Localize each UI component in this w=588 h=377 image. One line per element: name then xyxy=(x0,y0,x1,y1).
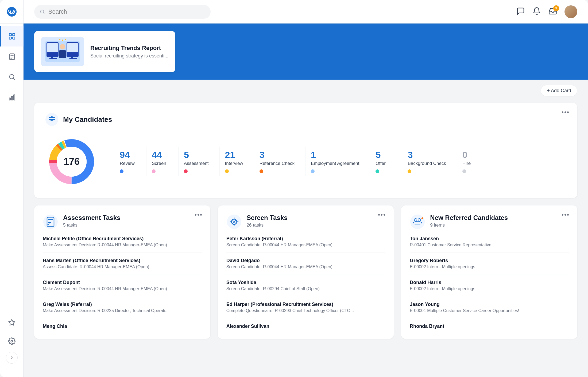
stat-hire-number: 0 xyxy=(462,150,467,159)
stat-offer[interactable]: 5 Offer xyxy=(370,147,402,176)
stat-interview-dot xyxy=(225,169,229,173)
sidebar-item-reports[interactable] xyxy=(0,46,24,67)
topbar: 3 xyxy=(24,0,588,24)
task-item-name: Rhonda Bryant xyxy=(410,324,569,329)
svg-rect-2 xyxy=(9,37,11,39)
new-referred-heading: New Referred Candidates xyxy=(430,214,557,221)
stat-screen-dot xyxy=(152,169,156,173)
table-row[interactable]: Alexander Sullivan xyxy=(226,324,385,330)
new-referred-header: New Referred Candidates 9 items xyxy=(410,214,569,230)
stat-screen[interactable]: 44 Screen xyxy=(146,147,179,176)
svg-rect-26 xyxy=(69,58,77,59)
topbar-actions: 3 xyxy=(516,5,577,18)
banner-title: Recruiting Trends Report xyxy=(90,45,168,52)
stat-hire[interactable]: 0 Hire xyxy=(457,147,489,176)
task-item-desc: Make Assessment Decision: R-00044 HR Man… xyxy=(43,243,202,247)
chat-icon[interactable] xyxy=(516,7,525,17)
table-row[interactable]: Ton Janssen R-00401 Customer Service Rep… xyxy=(410,236,569,252)
stat-assessment-number: 5 xyxy=(184,150,189,159)
stat-assessment[interactable]: 5 Assessment xyxy=(179,147,220,176)
search-input[interactable] xyxy=(48,8,205,15)
stat-bgcheck-label: Background Check xyxy=(408,161,446,166)
table-row[interactable]: Clement Dupont Make Assessment Decision:… xyxy=(43,280,202,296)
table-row[interactable]: Hans Marten (Office Recruitment Services… xyxy=(43,258,202,274)
referred-list: Ton Janssen R-00401 Customer Service Rep… xyxy=(410,236,569,330)
my-candidates-card: My Candidates xyxy=(34,103,577,198)
table-row[interactable]: Ed Harper (Professional Recruitment Serv… xyxy=(226,302,385,318)
stat-employment-dot xyxy=(311,169,315,173)
stat-screen-number: 44 xyxy=(152,150,162,159)
screen-task-list: Peter Karlsson (Referral) Screen Candida… xyxy=(226,236,385,330)
search-icon xyxy=(40,9,45,15)
table-row[interactable]: Michele Petite (Office Recruitment Servi… xyxy=(43,236,202,252)
banner-image xyxy=(41,37,84,66)
new-referred-title: New Referred Candidates 9 items xyxy=(430,214,557,228)
screen-tasks-menu[interactable] xyxy=(378,214,385,216)
sidebar-item-favorites[interactable] xyxy=(0,314,24,331)
table-row[interactable]: Jason Young E-00001 Multiple Customer Se… xyxy=(410,302,569,318)
stat-employment[interactable]: 1 Employment Agreement xyxy=(305,147,370,176)
new-referred-menu[interactable] xyxy=(562,214,569,216)
svg-rect-0 xyxy=(9,34,11,36)
stat-review[interactable]: 94 Review xyxy=(114,147,146,176)
sidebar-item-settings[interactable] xyxy=(0,333,24,349)
stat-refcheck[interactable]: 3 Reference Check xyxy=(254,147,305,176)
stat-offer-label: Offer xyxy=(376,161,385,166)
inbox-icon[interactable]: 3 xyxy=(548,7,557,17)
task-item-name: Michele Petite (Office Recruitment Servi… xyxy=(43,236,202,242)
svg-point-34 xyxy=(51,116,53,118)
table-row[interactable]: Greg Weiss (Referral) Make Assessment De… xyxy=(43,302,202,318)
stat-review-label: Review xyxy=(120,161,135,166)
candidates-menu[interactable] xyxy=(562,111,569,113)
svg-rect-11 xyxy=(11,96,13,100)
stat-bgcheck[interactable]: 3 Background Check xyxy=(402,147,457,176)
stat-offer-number: 5 xyxy=(376,150,381,159)
stat-hire-dot xyxy=(462,169,466,173)
stat-assessment-label: Assessment xyxy=(184,161,209,166)
candidates-content: 176 94 Review 44 Screen xyxy=(45,135,567,188)
search-box[interactable] xyxy=(34,5,211,19)
table-row[interactable]: Meng Chia xyxy=(43,324,202,330)
stat-interview-number: 21 xyxy=(225,150,235,159)
sidebar-nav xyxy=(0,24,23,107)
task-item-desc: E-00002 Intern - Multiple openings xyxy=(410,286,569,291)
task-item-name: Clement Dupont xyxy=(43,280,202,285)
assessment-tasks-menu[interactable] xyxy=(195,214,202,216)
user-avatar[interactable] xyxy=(564,5,577,18)
svg-line-16 xyxy=(43,13,44,14)
table-row[interactable]: David Delgado Screen Candidate: R-00044 … xyxy=(226,258,385,274)
svg-point-29 xyxy=(59,39,60,40)
task-item-desc: Screen Candidate: R-00044 HR Manager-EME… xyxy=(226,265,385,269)
assessment-tasks-heading: Assessment Tasks xyxy=(63,214,190,221)
table-row[interactable]: Rhonda Bryant xyxy=(410,324,569,330)
table-row[interactable]: Donald Harris E-00002 Intern - Multiple … xyxy=(410,280,569,296)
donut-total: 176 xyxy=(64,156,80,167)
task-item-name: Gregory Roberts xyxy=(410,258,569,263)
table-row[interactable]: Peter Karlsson (Referral) Screen Candida… xyxy=(226,236,385,252)
banner-card[interactable]: Recruiting Trends Report Social recruiti… xyxy=(34,31,175,72)
stat-hire-label: Hire xyxy=(462,161,471,166)
table-row[interactable]: Gregory Roberts E-00002 Intern - Multipl… xyxy=(410,258,569,274)
add-card-button[interactable]: + Add Card xyxy=(541,85,577,96)
stat-offer-dot xyxy=(376,169,379,173)
task-item-name: Meng Chia xyxy=(43,324,202,329)
screen-tasks-count: 26 tasks xyxy=(247,223,374,228)
card-header: My Candidates xyxy=(45,112,567,126)
sidebar-logo xyxy=(0,0,24,24)
stat-interview[interactable]: 21 Interview xyxy=(220,147,254,176)
stat-refcheck-label: Reference Check xyxy=(260,161,295,166)
sidebar-item-analytics[interactable] xyxy=(0,87,24,107)
task-item-desc: Assess Candidate: R-00044 HR Manager-EME… xyxy=(43,265,202,269)
task-item-name: Peter Karlsson (Referral) xyxy=(226,236,385,242)
assessment-task-list: Michele Petite (Office Recruitment Servi… xyxy=(43,236,202,330)
banner-subtitle: Social recruiting strategy is essenti... xyxy=(90,53,168,59)
expand-sidebar-button[interactable] xyxy=(6,352,18,364)
task-item-name: Ton Janssen xyxy=(410,236,569,242)
banner: Recruiting Trends Report Social recruiti… xyxy=(24,24,588,80)
notifications-icon[interactable] xyxy=(532,7,541,17)
sidebar-item-search[interactable] xyxy=(0,67,24,87)
inbox-badge: 3 xyxy=(553,5,559,11)
sidebar-item-home[interactable] xyxy=(0,26,24,46)
svg-rect-3 xyxy=(13,37,15,39)
table-row[interactable]: Sota Yoshida Screen Candidate: R-00294 C… xyxy=(226,280,385,296)
